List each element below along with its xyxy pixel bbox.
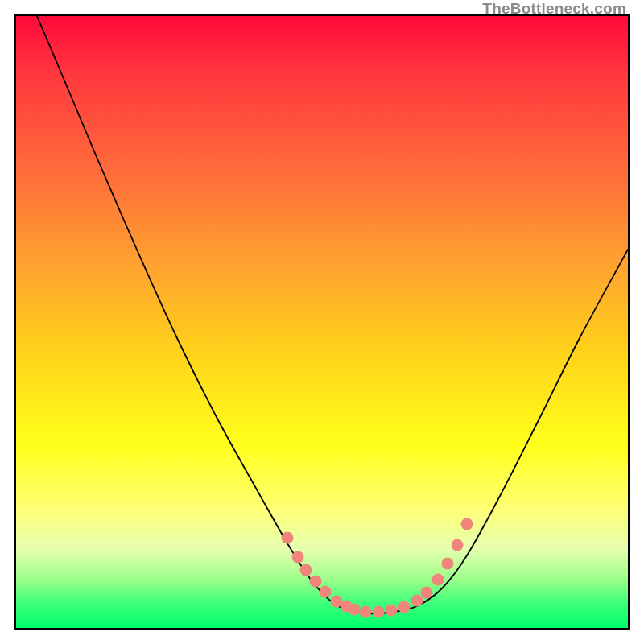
highlight-dot	[442, 558, 454, 570]
highlight-dot	[360, 606, 372, 618]
highlight-dot	[452, 539, 464, 551]
highlight-dot	[349, 604, 361, 616]
chart-dots-layer	[16, 16, 628, 628]
chart-frame	[14, 14, 630, 630]
highlight-dot	[411, 595, 423, 607]
highlight-dot	[300, 564, 312, 576]
highlight-dot	[432, 574, 444, 586]
highlight-dot	[398, 601, 411, 613]
highlight-dot	[461, 518, 473, 530]
highlight-dot	[373, 606, 385, 618]
highlight-dot	[310, 576, 322, 588]
highlight-dot	[292, 551, 304, 564]
highlight-dot	[320, 586, 332, 598]
highlight-dot	[421, 587, 433, 599]
highlight-dot	[282, 532, 294, 544]
highlight-dot	[386, 605, 398, 617]
highlight-dots-group	[282, 518, 473, 618]
